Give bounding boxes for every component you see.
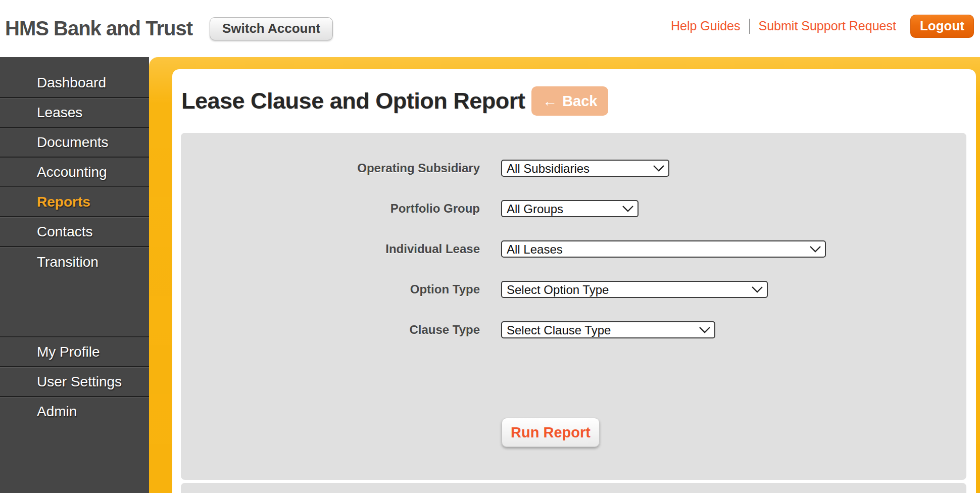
logout-button[interactable]: Logout (910, 15, 974, 38)
portfolio-group-select-wrap: All Groups (501, 200, 639, 217)
option-type-select[interactable]: Select Option Type (501, 281, 768, 298)
form-row-individual-lease: Individual Lease All Leases (181, 229, 966, 269)
form-row-option-type: Option Type Select Option Type (181, 269, 966, 310)
title-row: Lease Clause and Option Report ← Back (172, 69, 976, 116)
sidebar-main-group: Dashboard Leases Documents Accounting Re… (0, 57, 149, 277)
individual-lease-select[interactable]: All Leases (501, 240, 826, 258)
sidebar-item-admin[interactable]: Admin (0, 396, 149, 426)
individual-lease-label: Individual Lease (181, 242, 480, 256)
individual-lease-select-wrap: All Leases (501, 240, 826, 258)
header-right-links: Help Guides Submit Support Request Logou… (671, 15, 980, 38)
sidebar-spacer (0, 277, 149, 336)
form-row-portfolio-group: Portfolio Group All Groups (181, 188, 966, 229)
link-divider (749, 19, 750, 34)
sidebar-item-accounting[interactable]: Accounting (0, 158, 149, 187)
back-arrow-icon: ← (543, 93, 557, 110)
portfolio-group-select[interactable]: All Groups (501, 200, 639, 217)
portfolio-group-label: Portfolio Group (181, 202, 480, 216)
sidebar-item-dashboard[interactable]: Dashboard (0, 68, 149, 98)
submit-support-request-link[interactable]: Submit Support Request (759, 19, 896, 33)
sidebar-item-transition[interactable]: Transition (0, 247, 149, 277)
sidebar-secondary-group: My Profile User Settings Admin (0, 336, 149, 426)
clause-type-select-wrap: Select Clause Type (501, 321, 715, 338)
back-button[interactable]: ← Back (531, 86, 608, 116)
app-title: HMS Bank and Trust (5, 17, 192, 40)
sidebar-nav: Dashboard Leases Documents Accounting Re… (0, 57, 149, 493)
clause-type-select[interactable]: Select Clause Type (501, 321, 715, 338)
sidebar-item-my-profile[interactable]: My Profile (0, 336, 149, 366)
back-button-label: Back (562, 93, 597, 110)
main-content-frame: Lease Clause and Option Report ← Back Op… (149, 57, 980, 493)
sidebar-item-contacts[interactable]: Contacts (0, 217, 149, 247)
report-filter-panel: Operating Subsidiary All Subsidiaries Po… (181, 133, 966, 480)
operating-subsidiary-select-wrap: All Subsidiaries (501, 160, 669, 177)
option-type-label: Option Type (181, 282, 480, 297)
content-card: Lease Clause and Option Report ← Back Op… (172, 69, 976, 493)
clause-type-label: Clause Type (181, 323, 480, 337)
sidebar-item-reports[interactable]: Reports (0, 187, 149, 217)
operating-subsidiary-select[interactable]: All Subsidiaries (501, 160, 669, 177)
report-results-panel (181, 483, 966, 493)
run-report-button[interactable]: Run Report (502, 418, 600, 447)
app-root: HMS Bank and Trust Switch Account Help G… (0, 0, 980, 493)
option-type-select-wrap: Select Option Type (501, 281, 768, 298)
form-row-clause-type: Clause Type Select Clause Type (181, 310, 966, 350)
page-title: Lease Clause and Option Report (181, 88, 525, 114)
sidebar-item-leases[interactable]: Leases (0, 98, 149, 128)
operating-subsidiary-label: Operating Subsidiary (181, 161, 480, 175)
top-header: HMS Bank and Trust Switch Account Help G… (0, 0, 980, 57)
sidebar-item-user-settings[interactable]: User Settings (0, 366, 149, 396)
sidebar-item-documents[interactable]: Documents (0, 128, 149, 158)
switch-account-button[interactable]: Switch Account (210, 17, 333, 40)
help-guides-link[interactable]: Help Guides (671, 19, 741, 33)
form-row-operating-subsidiary: Operating Subsidiary All Subsidiaries (181, 148, 966, 188)
